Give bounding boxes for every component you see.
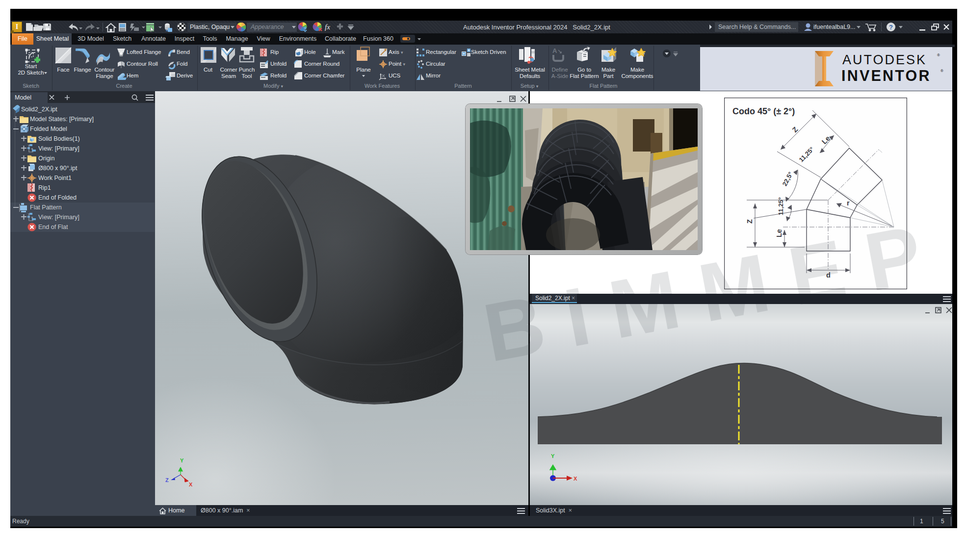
svg-text:X: X: [574, 476, 577, 482]
svg-text:X: X: [189, 482, 193, 487]
svg-text:A: A: [552, 47, 557, 54]
svg-text:Codo 45° (± 2°): Codo 45° (± 2°): [732, 106, 795, 116]
svg-text:11,25°: 11,25°: [777, 197, 784, 215]
svg-text:r: r: [847, 199, 850, 207]
svg-text:Appearance: Appearance: [250, 24, 284, 30]
svg-text:fx: fx: [325, 23, 330, 31]
svg-text:®: ®: [937, 53, 940, 57]
svg-text:INVENTOR: INVENTOR: [841, 67, 931, 84]
svg-text:Search Help & Commands...: Search Help & Commands...: [718, 24, 796, 30]
svg-text:Y: Y: [180, 458, 184, 463]
svg-text:ifuentealbaL9...: ifuentealbaL9...: [813, 24, 856, 30]
svg-text:Plastic, Opaqu: Plastic, Opaqu: [190, 24, 230, 30]
svg-text:Y: Y: [551, 453, 555, 459]
svg-text:Z: Z: [165, 477, 169, 483]
svg-text:?: ?: [889, 24, 893, 31]
svg-text:AUTODESK: AUTODESK: [842, 52, 927, 67]
svg-text:Z: Z: [746, 219, 754, 224]
svg-text:®: ®: [940, 69, 943, 73]
